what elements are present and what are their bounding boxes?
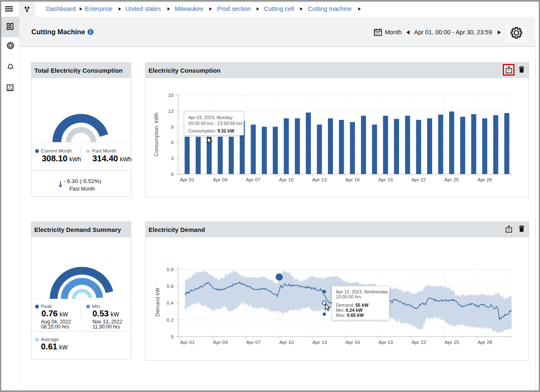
- svg-text:0.4: 0.4: [167, 300, 174, 306]
- svg-text:Apr 13: Apr 13: [312, 177, 327, 183]
- svg-text:Apr 28: Apr 28: [478, 339, 492, 345]
- svg-text:12: 12: [168, 108, 174, 114]
- svg-text:Apr 16: Apr 16: [345, 339, 360, 345]
- svg-text:Apr 01: Apr 01: [180, 177, 195, 183]
- svg-text:Apr 13: Apr 13: [312, 339, 327, 345]
- svg-text:Apr 04: Apr 04: [213, 177, 228, 183]
- svg-text:0.6: 0.6: [167, 283, 174, 289]
- svg-text:6: 6: [171, 140, 174, 145]
- svg-text:Apr 25: Apr 25: [444, 177, 459, 183]
- svg-text:Apr 19: Apr 19: [379, 339, 393, 345]
- svg-text:9: 9: [171, 124, 174, 130]
- svg-text:Apr 16: Apr 16: [345, 177, 360, 183]
- svg-text:Apr 10: Apr 10: [279, 339, 294, 345]
- svg-text:Apr 22: Apr 22: [412, 339, 426, 345]
- svg-text:Apr 25: Apr 25: [445, 339, 459, 345]
- svg-text:Apr 01: Apr 01: [180, 339, 195, 345]
- svg-text:0: 0: [171, 171, 174, 177]
- svg-text:Apr 10: Apr 10: [279, 177, 294, 183]
- svg-text:Apr 19: Apr 19: [378, 177, 393, 183]
- svg-text:0.8: 0.8: [167, 267, 174, 272]
- svg-text:Demand kW: Demand kW: [155, 288, 161, 316]
- svg-text:Apr 28: Apr 28: [477, 177, 492, 183]
- svg-text:Apr 04: Apr 04: [213, 339, 228, 345]
- svg-text:Apr 22: Apr 22: [411, 177, 426, 183]
- svg-text:15: 15: [168, 92, 174, 98]
- svg-text:0: 0: [171, 334, 174, 340]
- svg-text:Apr 07: Apr 07: [246, 177, 261, 183]
- svg-text:Apr 07: Apr 07: [246, 339, 261, 345]
- svg-text:0.2: 0.2: [167, 317, 174, 323]
- svg-text:3: 3: [171, 155, 174, 161]
- svg-text:Consumption kWh: Consumption kWh: [154, 112, 159, 157]
